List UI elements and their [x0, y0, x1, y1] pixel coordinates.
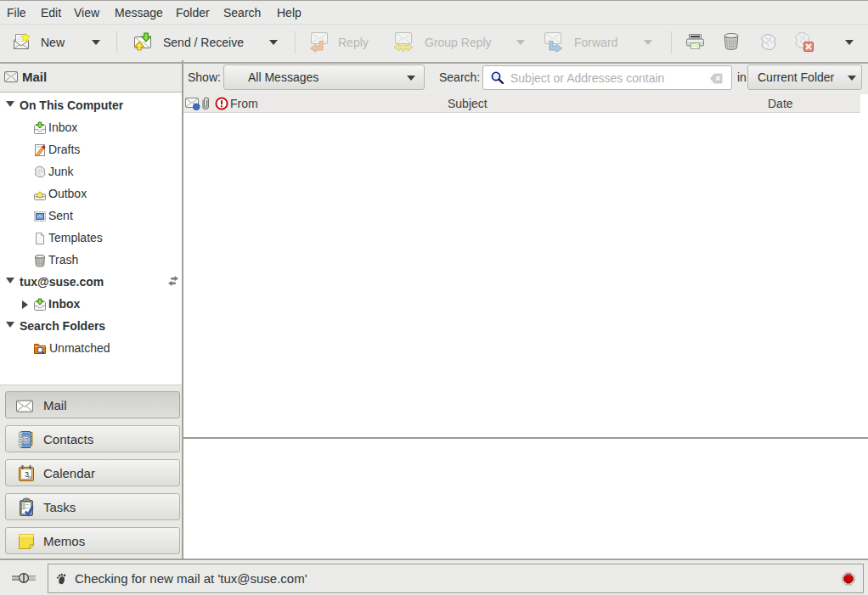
svg-text:@: @ [22, 435, 30, 444]
